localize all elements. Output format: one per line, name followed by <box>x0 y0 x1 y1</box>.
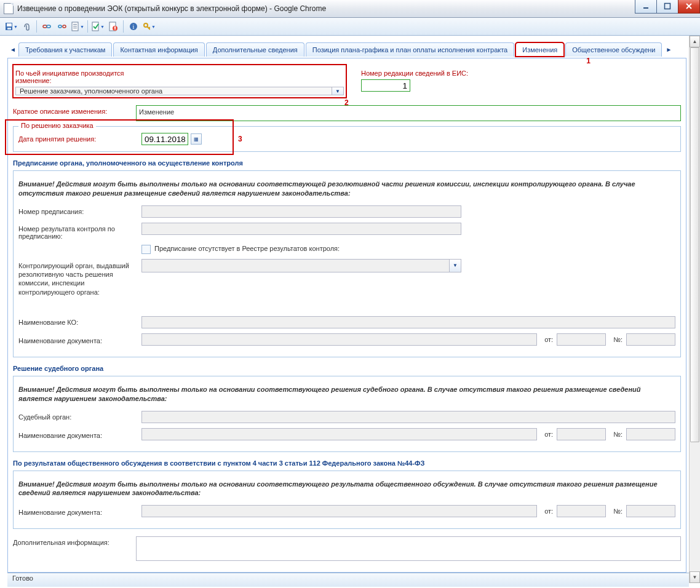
control-result-label: Номер результата контроля по предписанию… <box>18 223 141 240</box>
control-title: Предписание органа, уполномоченного на о… <box>13 159 681 167</box>
from-label: от: <box>537 336 557 343</box>
control-doc-date[interactable] <box>557 333 606 346</box>
redaction-input[interactable] <box>361 79 410 92</box>
control-doc-number[interactable] <box>626 333 675 346</box>
number-label: №: <box>606 336 626 343</box>
page-icon <box>4 3 14 14</box>
svg-rect-8 <box>63 25 66 28</box>
initiative-label: По чьей инициативе производится изменени… <box>15 67 138 84</box>
control-fieldset: Внимание! Действия могут быть выполнены … <box>13 170 681 357</box>
attach-icon[interactable] <box>19 19 34 34</box>
svg-rect-0 <box>643 7 648 9</box>
redaction-label: Номер редакции сведений в ЕИС: <box>361 67 484 77</box>
svg-rect-16 <box>114 26 116 29</box>
control-organ-select[interactable]: ▼ <box>141 259 461 272</box>
control-doc-input[interactable] <box>141 333 537 346</box>
svg-rect-13 <box>92 22 98 31</box>
ko-name-input[interactable] <box>141 316 675 328</box>
chevron-down-icon: ▼ <box>332 87 343 95</box>
help-icon[interactable]: i <box>126 19 141 34</box>
tab-scroll-right[interactable]: ► <box>663 42 674 56</box>
svg-rect-5 <box>43 25 47 28</box>
svg-rect-3 <box>7 23 12 26</box>
court-warning: Внимание! Действия могут быть выполнены … <box>18 385 675 403</box>
prescription-absent-label: Предписание отсутствует в Реестре резуль… <box>154 245 340 254</box>
svg-rect-10 <box>73 24 77 25</box>
annotation-2: 2 <box>344 98 349 107</box>
public-doc-input[interactable] <box>141 505 537 517</box>
svg-rect-4 <box>7 28 11 30</box>
tab-schedule-position[interactable]: Позиция плана-графика и план оплаты испо… <box>306 42 514 57</box>
prescription-absent-checkbox[interactable] <box>141 245 151 254</box>
svg-rect-12 <box>73 28 77 28</box>
court-doc-input[interactable] <box>141 428 537 440</box>
control-result-input[interactable] <box>141 223 461 235</box>
scroll-thumb[interactable] <box>690 47 699 442</box>
public-doc-label: Наименование документа: <box>18 506 141 516</box>
ko-name-label: Наименование КО: <box>18 316 141 328</box>
calendar-icon[interactable]: ▦ <box>191 133 202 145</box>
initiative-value: Решение заказчика, уполномоченного орган… <box>20 87 162 95</box>
court-fieldset: Внимание! Действия могут быть выполнены … <box>13 376 681 452</box>
public-title: По результатам общественного обсуждения … <box>13 459 681 467</box>
scroll-up-icon[interactable]: ▲ <box>690 36 700 47</box>
decision-date-input[interactable] <box>141 133 188 145</box>
control-warning: Внимание! Действия могут быть выполнены … <box>18 180 675 198</box>
extra-info-label: Дополнительная информация: <box>13 536 136 561</box>
svg-rect-11 <box>73 26 77 26</box>
court-doc-label: Наименование документа: <box>18 429 141 439</box>
court-organ-input[interactable] <box>141 411 675 423</box>
tab-contact[interactable]: Контактная информация <box>113 42 204 57</box>
minimize-button[interactable] <box>635 0 657 14</box>
brief-label: Краткое описание изменения: <box>13 105 136 121</box>
chevron-down-icon: ▼ <box>449 260 461 272</box>
window-title: Извещение о проведении ЭОК (открытый кон… <box>17 4 326 13</box>
brief-textarea[interactable]: Изменение <box>136 105 681 121</box>
extra-info-textarea[interactable] <box>136 536 681 561</box>
public-doc-number[interactable] <box>626 505 675 517</box>
close-button[interactable] <box>678 0 700 14</box>
court-title: Решение судебного органа <box>13 365 681 372</box>
svg-rect-17 <box>114 30 116 30</box>
save-button[interactable]: ▼ <box>4 19 18 34</box>
public-warning: Внимание! Действия могут быть выполнены … <box>18 480 675 498</box>
doc-check-icon[interactable]: ▼ <box>90 19 105 34</box>
public-doc-date[interactable] <box>557 505 606 517</box>
court-doc-date[interactable] <box>557 428 606 440</box>
svg-rect-1 <box>665 4 670 9</box>
scroll-down-icon[interactable]: ▼ <box>690 571 700 583</box>
link-break-icon[interactable] <box>55 19 70 34</box>
svg-text:i: i <box>133 23 135 30</box>
status-bar: Готово <box>7 573 689 587</box>
customer-fieldset: По решению заказчика Дата принятия решен… <box>13 126 681 152</box>
customer-legend: По решению заказчика <box>18 122 96 129</box>
prescription-num-input[interactable] <box>141 205 461 218</box>
tab-additional[interactable]: Дополнительные сведения <box>206 42 304 57</box>
tab-public-discussion[interactable]: Общественное обсуждени <box>565 42 662 57</box>
link-add-icon[interactable] <box>39 19 54 34</box>
annotation-3: 3 <box>238 135 242 143</box>
svg-rect-6 <box>47 25 50 28</box>
tab-changes[interactable]: Изменения <box>515 42 564 57</box>
court-organ-label: Судебный орган: <box>18 411 141 423</box>
public-fieldset: Внимание! Действия могут быть выполнены … <box>13 471 681 530</box>
initiative-select[interactable]: Решение заказчика, уполномоченного орган… <box>15 87 344 95</box>
svg-rect-7 <box>58 25 62 28</box>
doc-dropdown-icon[interactable]: ▼ <box>70 19 85 34</box>
court-doc-number[interactable] <box>626 428 675 440</box>
vertical-scrollbar[interactable]: ▲ ▼ <box>689 36 700 583</box>
toolbar: ▼ ▼ ▼ i ▼ <box>0 18 700 36</box>
tab-strip: ◄ Требования к участникам Контактная инф… <box>7 41 686 58</box>
control-organ-label: Контролирующий орган, выдавший резолютив… <box>18 259 141 296</box>
annotation-1: 1 <box>586 57 591 65</box>
control-doc-label: Наименование документа: <box>18 335 141 344</box>
maximize-button[interactable] <box>656 0 678 14</box>
key-icon[interactable]: ▼ <box>141 19 156 34</box>
form-pane: По чьей инициативе производится изменени… <box>7 58 686 573</box>
window-titlebar: Извещение о проведении ЭОК (открытый кон… <box>0 0 700 18</box>
tab-requirements[interactable]: Требования к участникам <box>18 42 112 57</box>
tab-scroll-left[interactable]: ◄ <box>7 42 18 56</box>
prescription-num-label: Номер предписания: <box>18 205 141 218</box>
doc-warning-icon[interactable] <box>106 19 121 34</box>
decision-date-label: Дата принятия решения: <box>18 133 141 145</box>
